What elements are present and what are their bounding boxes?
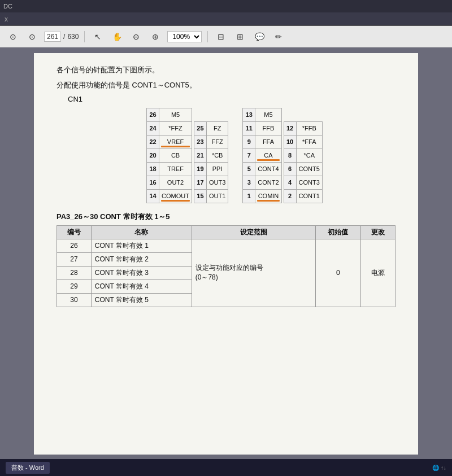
pin-name: CONT3 bbox=[296, 176, 322, 189]
pin-name: M5 bbox=[159, 108, 192, 121]
cell-name: CONT 常时有效 5 bbox=[91, 293, 192, 307]
table-row: 24 *FFZ bbox=[147, 121, 192, 135]
col-header-range: 设定范围 bbox=[192, 225, 315, 239]
cell-num: 30 bbox=[57, 293, 92, 307]
pin-name: CA bbox=[255, 149, 281, 162]
cell-name: CONT 常时有效 2 bbox=[91, 252, 192, 266]
taskbar-right: 🌐 ↑↓ bbox=[432, 465, 446, 471]
pin-name: CONT5 bbox=[296, 162, 322, 176]
right-side-block: 12 *FFB 10 *FFA 8 *CA 6 CONT5 bbox=[284, 121, 323, 203]
left-main-block: 26 M5 24 *FFZ 22 VREF 20 CB bbox=[146, 108, 192, 203]
cell-change: 电源 bbox=[361, 239, 395, 307]
pin-num: 25 bbox=[194, 121, 206, 135]
taskbar-app-item[interactable]: 普数 - Word bbox=[6, 462, 50, 474]
scroll-down-btn[interactable]: ⊙ bbox=[25, 29, 40, 44]
keyboard-btn[interactable]: ⊞ bbox=[233, 29, 247, 44]
pin-name: PPI bbox=[206, 162, 228, 176]
pin-num: 9 bbox=[243, 135, 255, 149]
pin-name: *CA bbox=[296, 149, 322, 162]
right-connector-group: 13 M5 11 FFB 9 FFA 7 CA bbox=[242, 108, 323, 203]
table-row: 8 *CA bbox=[284, 149, 322, 162]
table-row: 22 VREF bbox=[147, 135, 192, 149]
table-row: 21 *CB bbox=[194, 149, 228, 162]
table-header-row: 编号 名称 设定范围 初始值 更改 bbox=[57, 225, 395, 239]
col-header-change: 更改 bbox=[361, 225, 395, 239]
table-row: 3 CONT2 bbox=[243, 176, 281, 189]
pin-name: CB bbox=[159, 149, 192, 162]
table-row: 17 OUT3 bbox=[194, 176, 228, 189]
toolbar-sep-2 bbox=[207, 31, 208, 42]
pin-name: FFB bbox=[255, 121, 281, 135]
cursor-tool-btn[interactable]: ↖ bbox=[90, 29, 105, 44]
pin-name: M5 bbox=[255, 108, 281, 121]
cell-num: 28 bbox=[57, 266, 92, 280]
table-row: 2 CONT1 bbox=[284, 189, 322, 203]
table-row: 11 FFB bbox=[243, 121, 281, 135]
connector-diagram: 26 M5 24 *FFZ 22 VREF 20 CB bbox=[73, 108, 395, 203]
table-row: 26 CONT 常时有效 1 设定与功能对应的编号(0～78) 0 电源 bbox=[57, 239, 395, 252]
pin-num: 5 bbox=[243, 162, 255, 176]
cn-label: CN1 bbox=[68, 95, 395, 103]
tab-close-btn[interactable]: x bbox=[5, 15, 8, 23]
zoom-in-btn[interactable]: ⊕ bbox=[148, 29, 163, 44]
pin-num: 8 bbox=[284, 149, 296, 162]
pin-name: *CB bbox=[206, 149, 228, 162]
table-row: 16 OUT2 bbox=[147, 176, 192, 189]
pin-num: 13 bbox=[243, 108, 255, 121]
pin-name: CONT2 bbox=[255, 176, 281, 189]
pin-num: 16 bbox=[147, 176, 159, 189]
current-page[interactable]: 261 bbox=[44, 32, 61, 42]
section-label: PA3_26～30 CONT 常时有效 1～5 bbox=[56, 212, 395, 222]
cell-range: 设定与功能对应的编号(0～78) bbox=[192, 239, 315, 307]
table-row: 13 M5 bbox=[243, 108, 281, 121]
pin-num: 20 bbox=[147, 149, 159, 162]
col-header-num: 编号 bbox=[57, 225, 92, 239]
hand-tool-btn[interactable]: ✋ bbox=[110, 29, 124, 44]
pin-num: 22 bbox=[147, 135, 159, 149]
pin-num: 14 bbox=[147, 189, 159, 203]
line2: 分配使用功能的信号是 CONT1～CONT5。 bbox=[56, 80, 395, 91]
mid-block: 25 FZ 23 FFZ 21 *CB 19 PPI bbox=[194, 121, 228, 203]
pin-num: 4 bbox=[284, 176, 296, 189]
table-row: 9 FFA bbox=[243, 135, 281, 149]
pin-name: OUT3 bbox=[206, 176, 228, 189]
table-row: 18 TREF bbox=[147, 162, 192, 176]
pin-name: COMIN bbox=[255, 189, 281, 203]
cell-name: CONT 常时有效 3 bbox=[91, 266, 192, 280]
col-header-name: 名称 bbox=[91, 225, 192, 239]
scroll-up-btn[interactable]: ⊙ bbox=[6, 29, 20, 44]
table-row: 6 CONT5 bbox=[284, 162, 322, 176]
underline-decoration bbox=[257, 159, 279, 161]
table-row: 25 FZ bbox=[194, 121, 228, 135]
cell-name: CONT 常时有效 1 bbox=[91, 239, 192, 252]
table-row: 1 COMIN bbox=[243, 189, 281, 203]
pin-num: 17 bbox=[194, 176, 206, 189]
zoom-select[interactable]: 100% 75% 125% 150% bbox=[167, 31, 202, 42]
pin-name: OUT1 bbox=[206, 189, 228, 203]
underline-decoration bbox=[257, 200, 279, 202]
pin-num: 6 bbox=[284, 162, 296, 176]
underline-decoration bbox=[161, 200, 190, 202]
table-row: 26 M5 bbox=[147, 108, 192, 121]
pin-num: 11 bbox=[243, 121, 255, 135]
pin-name: *FFA bbox=[296, 135, 322, 149]
toolbar-sep-1 bbox=[84, 31, 85, 42]
table-row: 10 *FFA bbox=[284, 135, 322, 149]
edit-btn[interactable]: ✏ bbox=[271, 29, 286, 44]
zoom-out-btn[interactable]: ⊖ bbox=[129, 29, 144, 44]
pin-name: CONT4 bbox=[255, 162, 281, 176]
right-main-block: 13 M5 11 FFB 9 FFA 7 CA bbox=[242, 108, 281, 203]
col-header-init: 初始值 bbox=[315, 225, 361, 239]
table-row: 14 COMOUT bbox=[147, 189, 192, 203]
taskbar-indicators: 🌐 ↑↓ bbox=[432, 465, 446, 471]
pin-name: FFA bbox=[255, 135, 281, 149]
pin-num: 12 bbox=[284, 121, 296, 135]
pin-num: 2 bbox=[284, 189, 296, 203]
cell-init: 0 bbox=[315, 239, 361, 307]
print-btn[interactable]: ⊟ bbox=[214, 29, 228, 44]
pin-num: 15 bbox=[194, 189, 206, 203]
pin-name: *FFZ bbox=[159, 121, 192, 135]
page-sep: / bbox=[63, 33, 65, 41]
pin-num: 24 bbox=[147, 121, 159, 135]
comment-btn[interactable]: 💬 bbox=[252, 29, 267, 44]
